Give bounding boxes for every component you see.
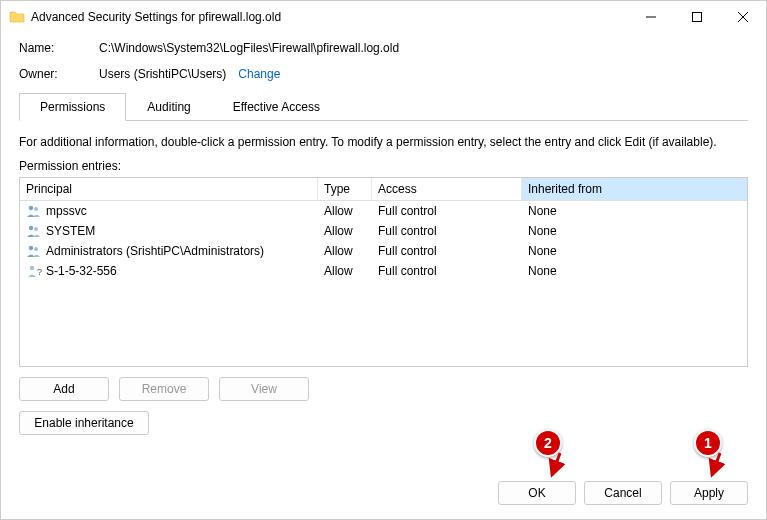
cancel-button[interactable]: Cancel xyxy=(584,481,662,505)
table-row[interactable]: ?S-1-5-32-556AllowFull controlNone xyxy=(20,261,747,281)
svg-point-7 xyxy=(34,227,38,231)
svg-point-10 xyxy=(30,266,34,270)
entries-label: Permission entries: xyxy=(19,159,748,173)
minimize-button[interactable] xyxy=(628,1,674,33)
entry-access: Full control xyxy=(372,264,522,278)
principal-name: SYSTEM xyxy=(46,224,95,238)
table-row[interactable]: Administrators (SrishtiPC\Administrators… xyxy=(20,241,747,261)
col-type[interactable]: Type xyxy=(318,178,372,200)
name-label: Name: xyxy=(19,41,99,55)
svg-point-4 xyxy=(29,206,33,210)
svg-point-9 xyxy=(34,247,38,251)
entry-inherited: None xyxy=(522,224,747,238)
remove-button[interactable]: Remove xyxy=(119,377,209,401)
owner-value: Users (SrishtiPC\Users) xyxy=(99,67,226,81)
owner-label: Owner: xyxy=(19,67,99,81)
svg-point-6 xyxy=(29,226,33,230)
col-inherited[interactable]: Inherited from xyxy=(522,178,747,200)
name-row: Name: C:\Windows\System32\LogFiles\Firew… xyxy=(19,41,748,55)
svg-rect-1 xyxy=(693,13,702,22)
table-header: Principal Type Access Inherited from xyxy=(20,178,747,201)
tab-auditing[interactable]: Auditing xyxy=(126,93,211,120)
folder-icon xyxy=(9,9,25,25)
close-button[interactable] xyxy=(720,1,766,33)
principal-name: S-1-5-32-556 xyxy=(46,264,117,278)
helper-text: For additional information, double-click… xyxy=(19,135,748,149)
enable-inheritance-button[interactable]: Enable inheritance xyxy=(19,411,149,435)
principal-name: Administrators (SrishtiPC\Administrators… xyxy=(46,244,264,258)
permission-entries-table[interactable]: Principal Type Access Inherited from mps… xyxy=(19,177,748,367)
content-area: Name: C:\Windows\System32\LogFiles\Firew… xyxy=(1,33,766,435)
tab-strip: Permissions Auditing Effective Access xyxy=(19,93,748,121)
group-icon xyxy=(26,223,42,239)
window-controls xyxy=(628,1,766,33)
window-title: Advanced Security Settings for pfirewall… xyxy=(31,10,628,24)
svg-line-12 xyxy=(712,453,720,475)
entry-type: Allow xyxy=(318,244,372,258)
principal-name: mpssvc xyxy=(46,204,87,218)
svg-point-8 xyxy=(29,246,33,250)
svg-text:?: ? xyxy=(37,267,42,277)
add-button[interactable]: Add xyxy=(19,377,109,401)
entry-access: Full control xyxy=(372,204,522,218)
tab-effective-access[interactable]: Effective Access xyxy=(212,93,341,120)
callout-arrow-1 xyxy=(706,453,726,487)
entry-inherited: None xyxy=(522,264,747,278)
svg-line-13 xyxy=(552,453,560,475)
titlebar: Advanced Security Settings for pfirewall… xyxy=(1,1,766,33)
table-row[interactable]: mpssvcAllowFull controlNone xyxy=(20,201,747,221)
entry-inherited: None xyxy=(522,244,747,258)
tab-permissions[interactable]: Permissions xyxy=(19,93,126,121)
svg-point-5 xyxy=(34,207,38,211)
table-row[interactable]: SYSTEMAllowFull controlNone xyxy=(20,221,747,241)
maximize-button[interactable] xyxy=(674,1,720,33)
group-icon xyxy=(26,203,42,219)
entry-type: Allow xyxy=(318,264,372,278)
col-access[interactable]: Access xyxy=(372,178,522,200)
entry-type: Allow xyxy=(318,204,372,218)
view-button[interactable]: View xyxy=(219,377,309,401)
entry-access: Full control xyxy=(372,244,522,258)
inheritance-row: Enable inheritance xyxy=(19,411,748,435)
callout-arrow-2 xyxy=(546,453,566,487)
name-value: C:\Windows\System32\LogFiles\Firewall\pf… xyxy=(99,41,399,55)
entry-type: Allow xyxy=(318,224,372,238)
col-principal[interactable]: Principal xyxy=(20,178,318,200)
entry-inherited: None xyxy=(522,204,747,218)
unknown-user-icon: ? xyxy=(26,263,42,279)
entry-access: Full control xyxy=(372,224,522,238)
owner-row: Owner: Users (SrishtiPC\Users) Change xyxy=(19,67,748,81)
group-icon xyxy=(26,243,42,259)
change-owner-link[interactable]: Change xyxy=(238,67,280,81)
entry-actions: Add Remove View xyxy=(19,377,748,401)
